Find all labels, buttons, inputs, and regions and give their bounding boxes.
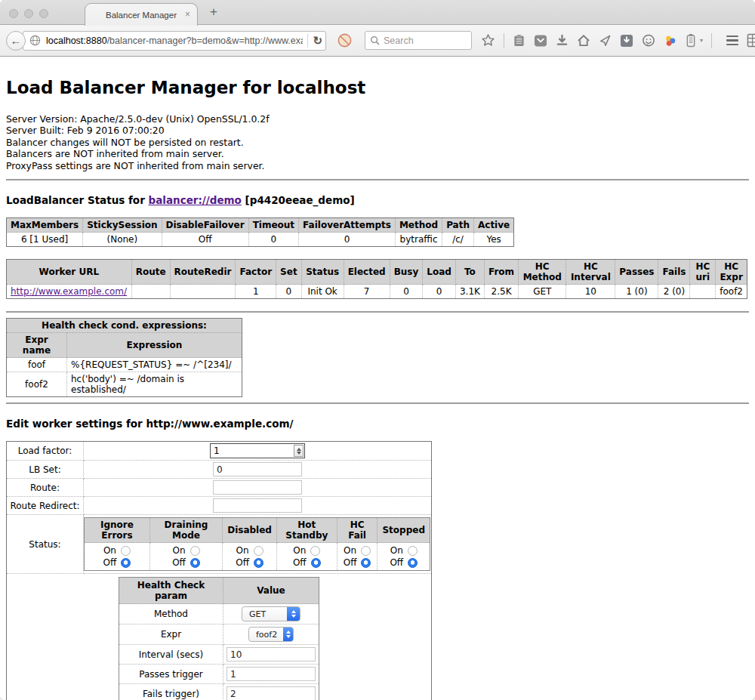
number-stepper-icon[interactable] <box>294 445 304 457</box>
clipboard-icon[interactable] <box>513 34 525 48</box>
status-draining-mode-off-radio[interactable] <box>190 558 200 568</box>
status-draining-mode-on-radio[interactable] <box>190 546 200 556</box>
status-row: Status: Ignore Errors Draining Mode Disa… <box>7 515 432 574</box>
status-hc-fail-on-radio[interactable] <box>361 546 371 556</box>
navigation-toolbar: ← localhost:8880/balancer-manager?b=demo… <box>0 25 755 57</box>
cell-active: Yes <box>473 233 513 247</box>
cell-routeredir <box>170 285 236 299</box>
close-window-button[interactable] <box>9 9 18 18</box>
field-label: Route Redirect: <box>7 497 84 515</box>
server-info: Server Version: Apache/2.5.0-dev (Unix) … <box>6 113 749 171</box>
status-stopped-off-radio[interactable] <box>408 558 418 568</box>
hc-param-row: Expr foof2 <box>119 624 319 645</box>
hc-method-select[interactable]: GET <box>242 606 300 621</box>
status-hc-fail-off-radio[interactable] <box>361 558 371 568</box>
url-domain: localhost:8880 <box>46 35 107 46</box>
expr-value: hc('body') =~ /domain is established/ <box>67 372 242 397</box>
health-check-params-table: Health Check param Value Method GET <box>119 577 319 700</box>
column-header: Timeout <box>248 218 298 233</box>
cell-hc-interval: 10 <box>566 285 615 299</box>
minimize-window-button[interactable] <box>24 9 33 18</box>
battery-icon[interactable] <box>686 33 696 48</box>
close-tab-icon[interactable]: × <box>185 9 190 20</box>
status-disabled-off-radio[interactable] <box>254 558 263 568</box>
feedback-smiley-icon[interactable] <box>642 34 655 48</box>
home-icon[interactable] <box>577 34 590 47</box>
toolbar-divider <box>711 33 712 48</box>
route-redirect-input[interactable] <box>213 498 302 513</box>
color-dots-icon[interactable] <box>664 34 677 48</box>
cell-load: 0 <box>423 285 456 299</box>
lb-set-input[interactable] <box>213 462 302 476</box>
pocket-icon[interactable] <box>534 34 547 48</box>
reload-button[interactable]: ↻ <box>313 34 322 48</box>
server-version: Server Version: Apache/2.5.0-dev (Unix) … <box>6 113 749 125</box>
table-header-row: Health Check param Value <box>119 578 319 604</box>
radio-label: Off <box>344 557 357 569</box>
balancer-status-table: MaxMembers StickySession DisableFailover… <box>6 217 514 247</box>
hc-expr-select[interactable]: foof2 <box>248 627 294 642</box>
column-header: Ignore Errors <box>85 518 150 543</box>
column-header: DisableFailover <box>162 218 248 233</box>
column-header: Value <box>223 578 319 604</box>
cell-from: 2.5K <box>485 285 519 299</box>
select-arrows-icon <box>283 627 293 642</box>
new-tab-button[interactable]: + <box>210 5 217 20</box>
notice-balancers: Balancers are NOT inherited from main se… <box>6 148 749 159</box>
browser-window: Balancer Manager × + ← localhost:8880/ba… <box>0 0 755 700</box>
search-input[interactable] <box>384 35 459 46</box>
hc-expressions-table: Health check cond. expressions: Expr nam… <box>6 318 242 397</box>
radio-label: Off <box>390 557 403 569</box>
browser-tab[interactable]: Balancer Manager × <box>85 3 198 26</box>
column-header: Passes <box>615 260 658 285</box>
download-manager-icon[interactable] <box>620 34 633 48</box>
divider <box>6 179 749 180</box>
toolbar-divider <box>504 33 504 48</box>
route-input[interactable] <box>213 480 302 495</box>
cell-busy: 0 <box>390 285 423 299</box>
tab-title: Balancer Manager <box>106 11 177 20</box>
url-bar[interactable]: localhost:8880/balancer-manager?b=demo&w… <box>23 31 326 51</box>
downloads-icon[interactable] <box>556 34 569 47</box>
worker-status-table: Worker URL Route RouteRedir Factor Set S… <box>6 259 747 299</box>
expr-name: foof <box>7 358 67 372</box>
radio-label: On <box>103 544 116 557</box>
status-label: Status: <box>7 515 84 574</box>
status-stopped-on-radio[interactable] <box>408 546 418 556</box>
menu-icon[interactable] <box>726 35 738 46</box>
selected-value: foof2 <box>256 630 283 640</box>
load-factor-input[interactable]: 1 <box>210 443 305 458</box>
grid-panel-icon[interactable] <box>747 33 755 48</box>
page-content: Load Balancer Manager for localhost Serv… <box>0 57 755 700</box>
hc-passes-input[interactable] <box>226 667 316 681</box>
hc-fails-input[interactable] <box>226 686 316 700</box>
dropdown-caret-icon[interactable]: ▾ <box>700 37 703 44</box>
back-button[interactable]: ← <box>6 31 26 51</box>
worker-url-link[interactable]: http://www.example.com/ <box>11 286 127 297</box>
url-path: /balancer-manager?b=demo&w=http://www.ex… <box>107 35 304 46</box>
status-ignore-errors-off-radio[interactable] <box>121 558 131 568</box>
cell-failoverattempts: 0 <box>299 233 396 247</box>
worker-row: http://www.example.com/ 1 0 Init Ok 7 0 … <box>7 285 747 299</box>
balancer-demo-link[interactable]: balancer://demo <box>149 194 242 206</box>
divider <box>6 402 749 404</box>
column-header: Hot Standby <box>276 518 337 543</box>
status-ignore-errors-on-radio[interactable] <box>121 546 131 556</box>
bookmark-star-icon[interactable] <box>481 33 495 48</box>
column-header: Factor <box>236 260 276 285</box>
table-header-row: Expr name Expression <box>7 333 242 358</box>
send-icon[interactable] <box>599 34 612 47</box>
hc-param-row: Passes trigger <box>119 665 319 684</box>
url-text[interactable]: localhost:8880/balancer-manager?b=demo&w… <box>46 35 303 46</box>
search-box[interactable] <box>365 31 472 50</box>
lb-status-heading-suffix: [p4420eeae_demo] <box>242 194 355 206</box>
radio-label: On <box>390 544 403 557</box>
hc-interval-input[interactable] <box>226 647 316 661</box>
param-label: Fails trigger) <box>119 684 223 700</box>
status-hot-standby-on-radio[interactable] <box>310 546 320 556</box>
divider <box>6 311 749 313</box>
content-blocked-icon[interactable] <box>337 32 353 48</box>
zoom-window-button[interactable] <box>39 9 48 18</box>
status-disabled-on-radio[interactable] <box>254 546 263 556</box>
status-hot-standby-off-radio[interactable] <box>311 558 321 568</box>
